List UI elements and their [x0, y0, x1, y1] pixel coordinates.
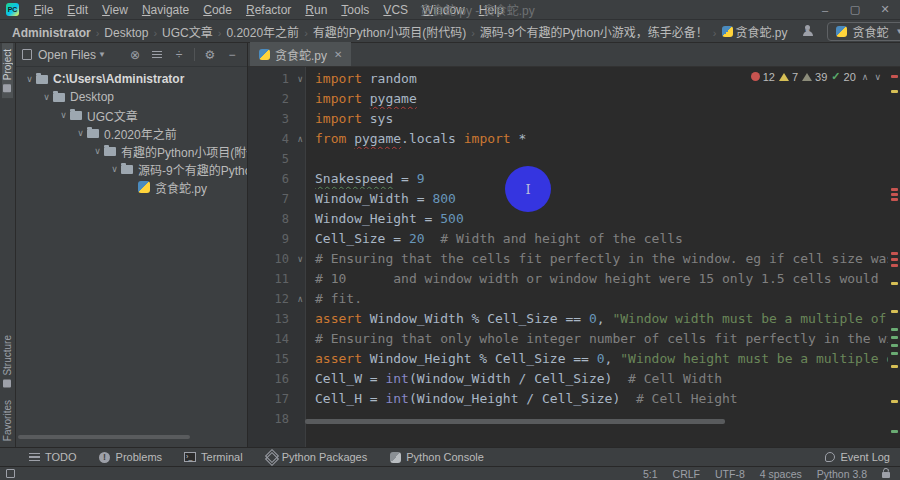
gutter-line[interactable]: 7 [248, 189, 305, 209]
breadcrumb-current-file[interactable]: 贪食蛇.py [722, 23, 788, 40]
toolwindow-problems[interactable]: !Problems [99, 451, 162, 463]
gutter-line[interactable]: 1∨ [248, 69, 305, 89]
stripe-mark[interactable] [891, 282, 898, 285]
code-line[interactable]: # fit. [307, 289, 888, 309]
stripe-mark[interactable] [891, 188, 898, 191]
code-line[interactable]: # Ensuring that the cells fit perfectly … [307, 249, 888, 269]
gear-icon[interactable]: ⚙ [201, 46, 219, 64]
fold-marker-icon[interactable]: ∧ [298, 289, 303, 309]
code-line[interactable]: import pygame [307, 89, 888, 109]
gutter-line[interactable]: 18 [248, 409, 305, 429]
tree-node[interactable]: ∨0.2020年之前 [16, 124, 247, 142]
stripe-mark[interactable] [891, 328, 898, 331]
run-configuration-select[interactable]: 贪食蛇 ▼ [827, 22, 900, 41]
tree-node[interactable]: ∨UGC文章 [16, 106, 247, 124]
project-view-selector[interactable]: Open Files [38, 48, 96, 62]
locate-file-icon[interactable]: ⊗ [126, 46, 144, 64]
python-interpreter[interactable]: Python 3.8 [817, 468, 867, 480]
indent-style[interactable]: 4 spaces [760, 468, 802, 480]
expand-chevron-icon[interactable]: ∨ [24, 74, 35, 84]
breadcrumb-item[interactable]: 有趣的Python小项目(附代码) [313, 26, 466, 40]
gutter-line[interactable]: 6 [248, 169, 305, 189]
tree-node[interactable]: 贪食蛇.py [16, 178, 247, 196]
code-line[interactable]: Window_Height = 500 [307, 209, 888, 229]
stripe-mark[interactable] [891, 344, 898, 347]
editor-hscrollbar[interactable] [305, 419, 725, 424]
code-line[interactable]: Cell_Size = 20 # Width and height of the… [307, 229, 888, 249]
error-stripe-scrollbar[interactable] [888, 67, 900, 447]
stripe-mark[interactable] [891, 264, 898, 267]
code-line[interactable]: Cell_W = int(Window_Width / Cell_Size) #… [307, 369, 888, 389]
event-log-button[interactable]: Event Log [825, 451, 890, 463]
close-tab-icon[interactable]: ✕ [334, 49, 342, 60]
menu-run[interactable]: Run [298, 0, 334, 20]
tree-node[interactable]: ∨源码-9个有趣的Python小游戏 [16, 160, 247, 178]
code-line[interactable]: # Ensuring that only whole integer numbe… [307, 329, 888, 349]
tree-node[interactable]: ∨C:\Users\Administrator [16, 70, 247, 88]
gutter-line[interactable]: 16 [248, 369, 305, 389]
toolwindow-python-packages[interactable]: Python Packages [265, 451, 368, 463]
file-encoding[interactable]: UTF-8 [715, 468, 745, 480]
breadcrumb-item[interactable]: 源码-9个有趣的Python小游戏，练手必备！ [480, 26, 708, 40]
collapse-all-icon[interactable] [148, 46, 166, 64]
fold-marker-icon[interactable]: ∨ [298, 249, 303, 269]
code-editor[interactable]: 1∨234∧5678910∨1112∧131415161718 import r… [248, 67, 900, 447]
gutter-line[interactable]: 12∧ [248, 289, 305, 309]
tool-strip-favorites[interactable]: Favorites [2, 394, 13, 447]
toolwindow-terminal[interactable]: ›_Terminal [184, 451, 243, 463]
menu-edit[interactable]: Edit [60, 0, 95, 20]
menu-code[interactable]: Code [196, 0, 239, 20]
expand-chevron-icon[interactable]: ∨ [41, 92, 52, 102]
expand-chevron-icon[interactable]: ∨ [109, 164, 120, 174]
stripe-mark[interactable] [891, 252, 898, 255]
stripe-mark[interactable] [891, 336, 898, 339]
expand-chevron-icon[interactable]: ∨ [92, 146, 103, 156]
minimize-button[interactable]: – [810, 0, 840, 20]
fold-marker-icon[interactable]: ∧ [298, 129, 303, 149]
code-line[interactable] [307, 149, 888, 169]
maximize-button[interactable]: ▢ [840, 0, 870, 20]
stripe-mark[interactable] [891, 365, 898, 368]
stripe-mark[interactable] [891, 352, 898, 355]
code-line[interactable]: assert Window_Height % Cell_Size == 0, "… [307, 349, 888, 369]
expand-chevron-icon[interactable]: ∨ [75, 128, 86, 138]
breadcrumb-item[interactable]: Administrator [12, 26, 91, 40]
code-line[interactable]: Window_Width = 800 [307, 189, 888, 209]
code-line[interactable]: Cell_H = int(Window_Height / Cell_Size) … [307, 389, 888, 409]
stripe-mark[interactable] [891, 400, 898, 403]
menu-tools[interactable]: Tools [334, 0, 376, 20]
inspections-widget[interactable]: 12 7 39 ✓20 ∧ ∨ [748, 70, 884, 83]
breadcrumb-item[interactable]: Desktop [104, 26, 148, 40]
gutter-line[interactable]: 4∧ [248, 129, 305, 149]
menu-view[interactable]: View [95, 0, 135, 20]
menu-file[interactable]: File [27, 0, 60, 20]
tool-strip-structure[interactable]: Structure [2, 329, 13, 394]
hide-panel-icon[interactable]: − [223, 46, 241, 64]
menu-navigate[interactable]: Navigate [135, 0, 196, 20]
prev-problem-icon[interactable]: ∧ [862, 72, 869, 82]
gutter-line[interactable]: 8 [248, 209, 305, 229]
line-separator[interactable]: CRLF [673, 468, 700, 480]
gutter-line[interactable]: 10∨ [248, 249, 305, 269]
read-write-lock-icon[interactable] [882, 472, 890, 478]
gutter-line[interactable]: 5 [248, 149, 305, 169]
code-line[interactable]: # 10 and window width or window height w… [307, 269, 888, 289]
project-tree-hscrollbar[interactable] [18, 435, 190, 439]
toolwindow-todo[interactable]: TODO [28, 451, 77, 463]
tree-node[interactable]: ∨Desktop [16, 88, 247, 106]
code-line[interactable]: import sys [307, 109, 888, 129]
tree-node[interactable]: ∨有趣的Python小项目(附代码) [16, 142, 247, 160]
code-line[interactable]: assert Window_Width % Cell_Size == 0, "W… [307, 309, 888, 329]
stripe-mark[interactable] [891, 198, 898, 201]
gutter-line[interactable]: 11 [248, 269, 305, 289]
gutter-line[interactable]: 14 [248, 329, 305, 349]
stripe-mark[interactable] [891, 310, 898, 313]
close-button[interactable]: ✕ [870, 0, 900, 20]
next-problem-icon[interactable]: ∨ [874, 72, 881, 82]
code-line[interactable]: Snakespeed = 9 [307, 169, 888, 189]
breadcrumb-item[interactable]: UGC文章 [162, 26, 213, 40]
gutter-line[interactable]: 13 [248, 309, 305, 329]
menu-vcs[interactable]: VCS [376, 0, 415, 20]
expand-collapse-icon[interactable]: ÷ [170, 46, 188, 64]
editor-gutter[interactable]: 1∨234∧5678910∨1112∧131415161718 [248, 67, 306, 447]
